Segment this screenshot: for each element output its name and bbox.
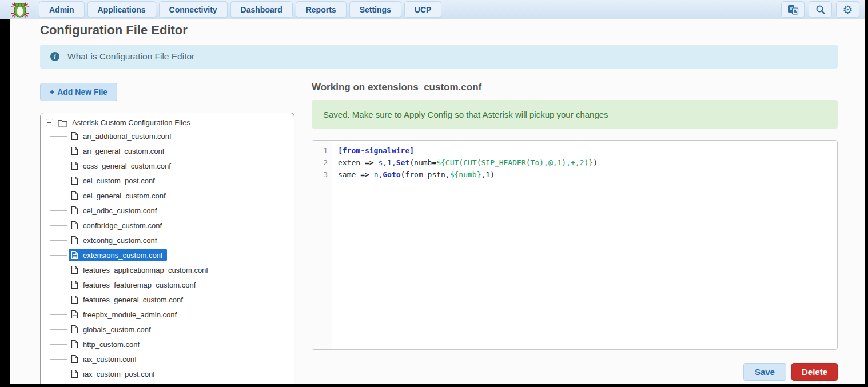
tree-root-node[interactable]: Asterisk Custom Configuration Files <box>41 113 294 129</box>
info-icon: i <box>50 52 59 61</box>
add-new-file-label: Add New File <box>57 87 107 97</box>
code-line[interactable]: same => n,Goto(from-pstn,${numb},1) <box>338 169 837 181</box>
nav-tab[interactable]: UCP <box>404 1 442 18</box>
code-editor[interactable]: 123 [from-signalwire]exten => s,1,Set(nu… <box>312 140 838 350</box>
nav-tab[interactable]: Admin <box>39 1 85 18</box>
info-bar-text: What is Configuration File Editor <box>67 51 194 62</box>
nav-tab[interactable]: Applications <box>87 1 156 18</box>
code-line[interactable]: exten => s,1,Set(numb=${CUT(CUT(SIP_HEAD… <box>338 157 837 169</box>
working-on-heading: Working on extensions_custom.conf <box>312 82 481 93</box>
editor-actions: Save Delete <box>312 363 838 381</box>
delete-button[interactable]: Delete <box>791 363 838 381</box>
file-name-label: http_custom.conf <box>83 340 140 349</box>
nav-tab[interactable]: Dashboard <box>230 1 293 18</box>
search-button[interactable] <box>809 1 832 18</box>
file-icon <box>71 191 78 200</box>
settings-button[interactable]: ⚙ <box>836 1 859 18</box>
file-icon <box>71 295 78 304</box>
tree-file-item[interactable]: extensions_custom.conf <box>41 248 294 262</box>
nav-tab[interactable]: Connectivity <box>159 1 228 18</box>
tree-file-item[interactable]: http_custom.conf <box>41 337 294 352</box>
file-name-label: ari_general_custom.conf <box>83 147 164 155</box>
tree-file-item[interactable]: ccss_general_custom.conf <box>41 158 294 173</box>
collapse-expander-icon[interactable] <box>46 119 53 126</box>
file-icon <box>71 161 78 170</box>
file-name-label: features_featuremap_custom.conf <box>83 281 196 289</box>
tree-file-item[interactable]: cel_general_custom.conf <box>41 188 294 203</box>
help-info-bar[interactable]: i What is Configuration File Editor <box>40 45 838 69</box>
file-name-label: extconfig_custom.conf <box>83 236 157 245</box>
nav-right-icons: ⚙ <box>781 1 859 18</box>
line-number: 2 <box>312 157 328 169</box>
tree-file-item[interactable]: features_general_custom.conf <box>41 292 294 307</box>
file-name-label: iax_custom.conf <box>83 355 137 364</box>
file-icon <box>71 265 78 274</box>
language-button[interactable] <box>781 1 805 18</box>
file-name-label: features_general_custom.conf <box>83 296 183 304</box>
file-icon <box>71 221 78 230</box>
file-icon <box>71 206 78 215</box>
file-name-label: globals_custom.conf <box>83 325 151 334</box>
tree-file-item[interactable]: iax_custom.conf <box>41 352 294 366</box>
page-content: Configuration File Editor i What is Conf… <box>10 19 865 384</box>
file-icon <box>71 369 78 378</box>
file-icon <box>71 340 78 349</box>
file-name-label: features_applicationmap_custom.conf <box>83 266 208 274</box>
tree-file-item[interactable]: globals_custom.conf <box>41 322 294 337</box>
tree-file-item[interactable]: cel_custom_post.conf <box>41 173 294 188</box>
saved-alert-text: Saved. Make sure to Apply Config so that… <box>323 110 608 119</box>
tree-file-item[interactable]: freepbx_module_admin.conf <box>41 307 294 322</box>
nav-tab[interactable]: Reports <box>296 1 347 18</box>
tree-file-item[interactable]: features_featuremap_custom.conf <box>41 277 294 292</box>
tree-file-item[interactable]: confbridge_custom.conf <box>41 218 294 233</box>
folder-icon <box>58 119 67 127</box>
file-icon <box>71 146 78 155</box>
file-name-label: cel_general_custom.conf <box>83 191 166 200</box>
line-number: 3 <box>312 169 328 181</box>
file-icon <box>71 131 78 141</box>
add-new-file-button[interactable]: + Add New File <box>40 83 117 101</box>
tree-file-item[interactable] <box>41 381 294 384</box>
nav-tabs: Admin Applications Connectivity Dashboar… <box>39 1 441 18</box>
line-number: 1 <box>312 145 328 157</box>
file-icon <box>71 236 78 245</box>
code-line[interactable]: [from-signalwire] <box>338 145 837 157</box>
tree-file-item[interactable]: iax_custom_post.conf <box>41 366 294 381</box>
editor-lines[interactable]: [from-signalwire]exten => s,1,Set(numb=$… <box>332 141 837 349</box>
file-name-label: cel_odbc_custom.conf <box>83 206 157 215</box>
plus-icon: + <box>50 87 54 97</box>
file-name-label: confbridge_custom.conf <box>83 221 162 230</box>
tree-root-label: Asterisk Custom Configuration Files <box>72 118 190 127</box>
file-name-label: ari_additional_custom.conf <box>83 132 172 141</box>
file-name-label: freepbx_module_admin.conf <box>83 310 177 319</box>
freepbx-frog-logo[interactable] <box>10 1 30 18</box>
file-tree-panel: Asterisk Custom Configuration Files <box>40 113 294 384</box>
tree-file-item[interactable]: ari_additional_custom.conf <box>41 129 294 143</box>
file-icon <box>71 325 78 334</box>
editor-gutter: 123 <box>312 141 332 349</box>
file-icon <box>71 250 78 260</box>
file-icon <box>71 354 78 364</box>
top-nav: Admin Applications Connectivity Dashboar… <box>0 0 865 19</box>
file-name-label: cel_custom_post.conf <box>83 177 155 185</box>
language-icon <box>787 5 799 15</box>
gear-icon: ⚙ <box>843 4 853 15</box>
file-icon <box>71 176 78 185</box>
file-icon <box>71 310 78 319</box>
tree-file-item[interactable]: cel_odbc_custom.conf <box>41 203 294 218</box>
file-name-label: extensions_custom.conf <box>83 251 162 260</box>
tree-file-item[interactable]: ari_general_custom.conf <box>41 143 294 158</box>
file-name-label: iax_custom_post.conf <box>83 370 155 378</box>
file-icon <box>71 280 78 289</box>
tree-items: ari_additional_custom.conf <box>41 129 294 384</box>
save-button[interactable]: Save <box>743 363 786 381</box>
file-name-label: ccss_general_custom.conf <box>83 162 171 170</box>
tree-file-item[interactable]: extconfig_custom.conf <box>41 233 294 248</box>
tree-file-item[interactable]: features_applicationmap_custom.conf <box>41 262 294 277</box>
nav-tab[interactable]: Settings <box>349 1 401 18</box>
page-title: Configuration File Editor <box>40 23 188 38</box>
saved-alert: Saved. Make sure to Apply Config so that… <box>312 100 838 129</box>
search-icon <box>815 5 826 15</box>
